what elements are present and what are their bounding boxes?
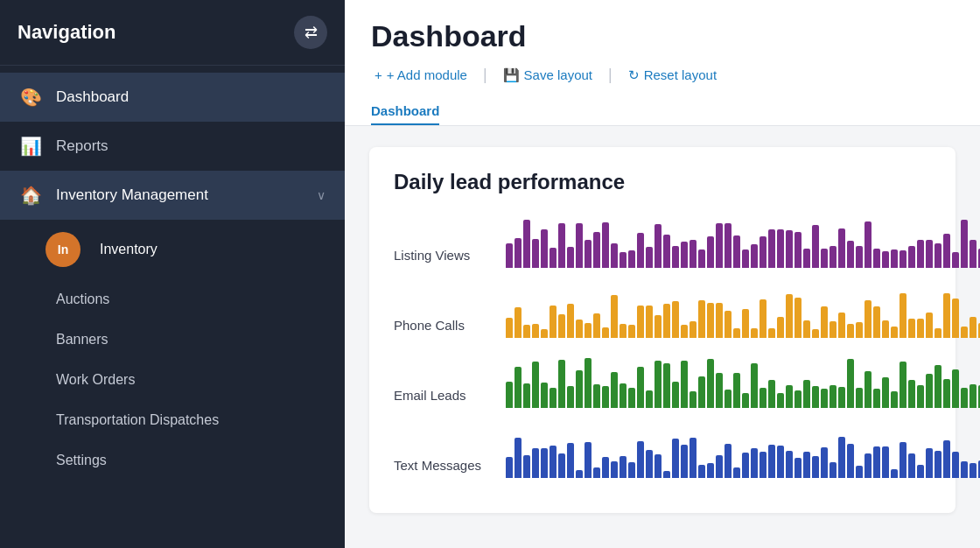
bar xyxy=(794,390,802,408)
bar xyxy=(917,240,924,268)
bar xyxy=(926,240,933,268)
bar xyxy=(900,442,906,478)
sidebar-item-banners[interactable]: Banners xyxy=(0,320,345,360)
bar xyxy=(716,373,723,408)
bar xyxy=(952,369,959,408)
bar xyxy=(584,442,592,478)
text-messages-chart xyxy=(506,425,980,478)
bar xyxy=(724,444,732,478)
sidebar-item-dashboard[interactable]: 🎨 Dashboard xyxy=(0,73,345,122)
bar xyxy=(882,320,889,338)
bar xyxy=(602,386,609,408)
bar xyxy=(672,382,679,408)
bar xyxy=(900,362,906,408)
sidebar-title: Navigation xyxy=(18,21,116,44)
toolbar: + + Add module | 💾 Save layout | ↻ Reset… xyxy=(371,66,954,84)
sidebar-item-settings[interactable]: Settings xyxy=(0,440,345,481)
bar xyxy=(611,243,618,268)
bar xyxy=(900,250,906,268)
bar xyxy=(576,320,583,338)
bar xyxy=(768,380,775,408)
main-content-area: Dashboard + + Add module | 💾 Save layout… xyxy=(345,0,980,548)
bar xyxy=(611,295,618,338)
bar xyxy=(576,223,583,268)
bar xyxy=(908,453,915,478)
bar xyxy=(943,379,950,408)
bar xyxy=(602,327,609,338)
sidebar-item-transportation-dispatches-label: Transportation Dispatches xyxy=(56,412,219,428)
bar xyxy=(934,451,942,478)
bar xyxy=(681,242,688,268)
bar xyxy=(830,462,836,478)
bar xyxy=(847,241,854,268)
bar xyxy=(908,380,915,408)
bar xyxy=(821,447,828,478)
sidebar-item-transportation-dispatches[interactable]: Transportation Dispatches xyxy=(0,400,345,440)
bar xyxy=(567,247,574,268)
bar xyxy=(611,372,618,408)
sidebar-item-work-orders[interactable]: Work Orders xyxy=(0,360,345,400)
bar xyxy=(821,389,828,408)
email-leads-chart xyxy=(506,355,980,408)
bar xyxy=(873,446,880,478)
bar xyxy=(724,390,732,408)
bar xyxy=(550,248,556,268)
sidebar-toggle-button[interactable]: ⇄ xyxy=(294,16,327,49)
bar xyxy=(970,384,976,408)
bar xyxy=(681,445,688,478)
bar xyxy=(593,467,600,478)
sidebar-item-reports[interactable]: 📊 Reports xyxy=(0,122,345,171)
breadcrumb-dashboard-link[interactable]: Dashboard xyxy=(371,103,439,125)
bar xyxy=(593,313,600,338)
add-module-button[interactable]: + + Add module xyxy=(371,67,471,82)
save-layout-button[interactable]: 💾 Save layout xyxy=(500,67,596,83)
bar xyxy=(882,446,889,478)
bar xyxy=(847,324,854,338)
bar xyxy=(803,380,810,408)
bar xyxy=(550,446,556,478)
bar xyxy=(567,386,574,408)
bar xyxy=(576,470,583,478)
bar xyxy=(768,328,775,338)
listing-views-label: Listing Views xyxy=(394,248,490,268)
bar xyxy=(760,388,766,408)
bar xyxy=(742,249,749,268)
bar xyxy=(794,232,802,268)
bar xyxy=(716,455,723,478)
bar xyxy=(873,389,880,408)
bar xyxy=(550,388,556,408)
phone-calls-chart xyxy=(506,285,980,338)
bar xyxy=(856,322,863,338)
sidebar-item-auctions[interactable]: Auctions xyxy=(0,279,345,320)
sidebar-item-inventory-management-label: Inventory Management xyxy=(56,186,303,204)
dashboard-content: Daily lead performance Listing Views Pho… xyxy=(345,126,980,548)
bar xyxy=(541,448,548,478)
bar xyxy=(733,467,740,478)
text-messages-row: Text Messages xyxy=(394,425,931,478)
phone-calls-row: Phone Calls xyxy=(394,285,931,338)
bar xyxy=(593,384,600,408)
page-title: Dashboard xyxy=(371,19,954,53)
bar xyxy=(584,323,592,338)
bar xyxy=(506,457,513,478)
sidebar-item-auctions-label: Auctions xyxy=(56,292,109,307)
bar xyxy=(558,314,565,338)
bar xyxy=(654,454,662,478)
bar xyxy=(646,306,653,338)
bar xyxy=(830,385,836,408)
bar xyxy=(620,456,626,478)
bar xyxy=(646,450,653,478)
sidebar-item-inventory-management[interactable]: 🏠 Inventory Management ∨ xyxy=(0,171,345,220)
sidebar-item-inventory[interactable]: In Inventory xyxy=(0,220,345,279)
bar xyxy=(952,299,959,338)
bar xyxy=(567,443,574,478)
separator-1: | xyxy=(483,66,487,84)
listing-views-chart xyxy=(506,215,980,268)
bar xyxy=(541,329,548,338)
bar xyxy=(514,367,522,408)
bar xyxy=(970,463,976,478)
sidebar-header: Navigation ⇄ xyxy=(0,0,345,66)
reset-layout-button[interactable]: ↻ Reset layout xyxy=(625,67,720,83)
bar xyxy=(751,363,758,408)
sidebar-item-dashboard-label: Dashboard xyxy=(56,88,326,106)
